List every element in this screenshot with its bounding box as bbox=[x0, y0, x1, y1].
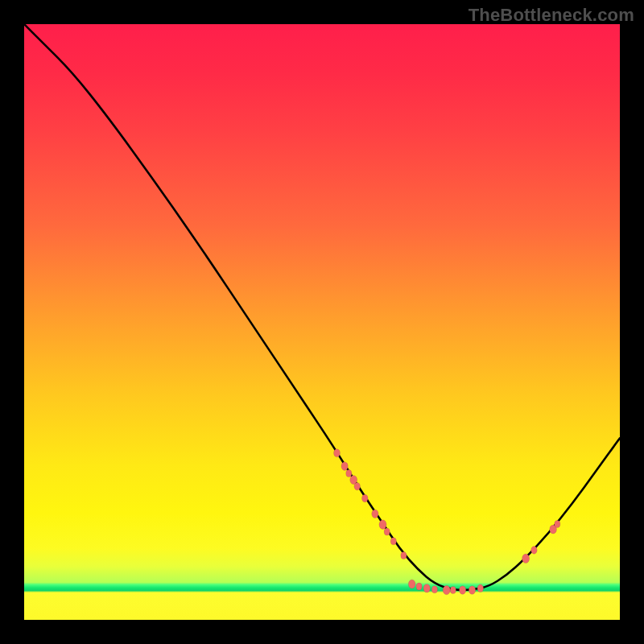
data-point bbox=[531, 547, 538, 555]
data-point bbox=[459, 586, 465, 595]
data-point bbox=[334, 449, 341, 457]
data-point bbox=[522, 554, 530, 564]
data-point bbox=[372, 510, 378, 518]
data-point bbox=[408, 580, 415, 588]
data-point bbox=[379, 520, 386, 530]
chart-frame: TheBottleneck.com bbox=[0, 0, 644, 644]
chart-svg bbox=[24, 24, 620, 620]
data-point bbox=[401, 552, 407, 559]
data-point bbox=[423, 584, 430, 593]
data-point bbox=[390, 538, 396, 545]
data-point bbox=[555, 520, 560, 527]
data-point bbox=[354, 482, 361, 490]
data-point bbox=[469, 586, 475, 595]
data-points bbox=[334, 449, 560, 595]
data-point bbox=[450, 587, 456, 594]
data-point bbox=[346, 470, 352, 477]
data-point bbox=[477, 584, 484, 592]
data-point bbox=[431, 586, 437, 593]
watermark-text: TheBottleneck.com bbox=[469, 5, 634, 26]
data-point bbox=[341, 462, 348, 471]
data-point bbox=[384, 528, 390, 535]
data-point bbox=[443, 585, 450, 595]
data-point bbox=[362, 494, 369, 502]
plot-area bbox=[24, 24, 620, 620]
bottleneck-curve bbox=[24, 24, 620, 590]
data-point bbox=[416, 583, 422, 590]
